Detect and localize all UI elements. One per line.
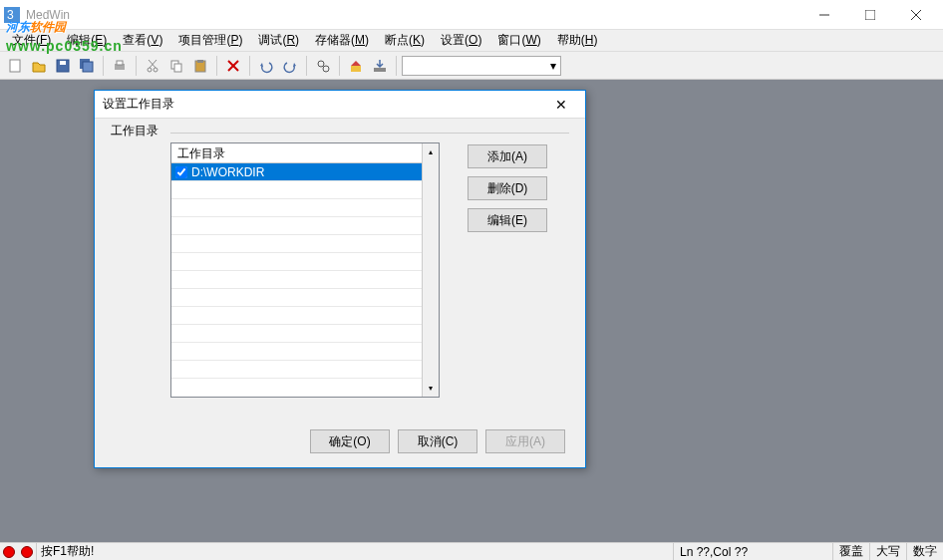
status-indicator-2 bbox=[21, 546, 33, 558]
ok-button[interactable]: 确定(O) bbox=[310, 429, 390, 453]
menu-file[interactable]: 文件(F) bbox=[4, 30, 59, 51]
status-indicator-1 bbox=[3, 546, 15, 558]
status-num: 数字 bbox=[906, 543, 943, 560]
toolbar: ▾ bbox=[0, 52, 943, 80]
list-item[interactable]: D:\WORKDIR bbox=[171, 163, 422, 181]
scroll-up-icon[interactable]: ▴ bbox=[423, 143, 439, 160]
list-item-empty[interactable] bbox=[171, 199, 422, 217]
scroll-down-icon[interactable]: ▾ bbox=[423, 380, 439, 397]
svg-line-16 bbox=[149, 60, 156, 68]
list-item-empty[interactable] bbox=[171, 253, 422, 271]
toolbar-separator bbox=[216, 56, 217, 76]
workdir-dialog: 设置工作目录 ✕ 工作目录 工作目录 D:\WORKDIR ▴ ▾ bbox=[94, 90, 586, 468]
dialog-close-button[interactable]: ✕ bbox=[545, 93, 577, 117]
list-item-checkbox[interactable] bbox=[175, 166, 187, 178]
app-icon: 3 bbox=[4, 7, 20, 23]
toolbar-separator bbox=[249, 56, 250, 76]
list-item-path: D:\WORKDIR bbox=[191, 165, 264, 179]
close-button[interactable] bbox=[893, 0, 939, 30]
status-overwrite: 覆盖 bbox=[832, 543, 869, 560]
menu-debug[interactable]: 调试(R) bbox=[250, 30, 307, 51]
list-item-empty[interactable] bbox=[171, 343, 422, 361]
workdir-list[interactable]: 工作目录 D:\WORKDIR ▴ ▾ bbox=[170, 142, 440, 398]
open-file-icon[interactable] bbox=[28, 55, 50, 77]
list-item-empty[interactable] bbox=[171, 217, 422, 235]
svg-rect-12 bbox=[117, 61, 123, 65]
menu-breakpoint[interactable]: 断点(K) bbox=[377, 30, 433, 51]
svg-rect-26 bbox=[374, 68, 386, 72]
list-item-empty[interactable] bbox=[171, 307, 422, 325]
save-icon[interactable] bbox=[52, 55, 74, 77]
list-item-empty[interactable] bbox=[171, 235, 422, 253]
maximize-button[interactable] bbox=[847, 0, 893, 30]
minimize-button[interactable] bbox=[801, 0, 847, 30]
group-line bbox=[170, 133, 569, 134]
toolbar-separator bbox=[103, 56, 104, 76]
svg-text:3: 3 bbox=[7, 8, 14, 22]
svg-rect-6 bbox=[10, 60, 20, 72]
list-item-empty[interactable] bbox=[171, 271, 422, 289]
build-icon[interactable] bbox=[345, 55, 367, 77]
delete-icon[interactable] bbox=[222, 55, 244, 77]
svg-point-14 bbox=[154, 68, 157, 72]
toolbar-combo[interactable]: ▾ bbox=[402, 56, 561, 76]
apply-button[interactable]: 应用(A) bbox=[485, 429, 565, 453]
list-scrollbar[interactable]: ▴ ▾ bbox=[422, 143, 439, 397]
svg-rect-8 bbox=[60, 61, 66, 65]
svg-rect-10 bbox=[83, 62, 93, 72]
list-header[interactable]: 工作目录 bbox=[171, 143, 422, 163]
list-item-empty[interactable] bbox=[171, 361, 422, 379]
print-icon[interactable] bbox=[109, 55, 131, 77]
menubar: 文件(F) 编辑(E) 查看(V) 项目管理(P) 调试(R) 存储器(M) 断… bbox=[0, 30, 943, 52]
svg-rect-20 bbox=[197, 60, 203, 63]
dialog-title: 设置工作目录 bbox=[103, 96, 545, 113]
svg-point-13 bbox=[148, 68, 152, 72]
menu-memory[interactable]: 存储器(M) bbox=[307, 30, 377, 51]
menu-edit[interactable]: 编辑(E) bbox=[59, 30, 115, 51]
menu-window[interactable]: 窗口(W) bbox=[489, 30, 548, 51]
svg-rect-3 bbox=[865, 10, 875, 20]
download-icon[interactable] bbox=[369, 55, 391, 77]
statusbar: 按F1帮助! Ln ??,Col ?? 覆盖 大写 数字 bbox=[0, 542, 943, 560]
copy-icon[interactable] bbox=[165, 55, 187, 77]
menu-help[interactable]: 帮助(H) bbox=[549, 30, 606, 51]
menu-view[interactable]: 查看(V) bbox=[115, 30, 170, 51]
add-button[interactable]: 添加(A) bbox=[468, 144, 547, 168]
paste-icon[interactable] bbox=[189, 55, 211, 77]
toolbar-separator bbox=[136, 56, 137, 76]
svg-rect-25 bbox=[351, 66, 361, 72]
save-all-icon[interactable] bbox=[76, 55, 98, 77]
delete-button[interactable]: 删除(D) bbox=[468, 176, 547, 200]
svg-point-23 bbox=[318, 61, 324, 67]
list-item-empty[interactable] bbox=[171, 289, 422, 307]
titlebar: 3 MedWin bbox=[0, 0, 943, 30]
list-item-empty[interactable] bbox=[171, 325, 422, 343]
cut-icon[interactable] bbox=[142, 55, 163, 77]
toolbar-separator bbox=[396, 56, 397, 76]
undo-icon[interactable] bbox=[255, 55, 277, 77]
svg-rect-18 bbox=[174, 64, 181, 72]
status-help-text: 按F1帮助! bbox=[36, 543, 673, 560]
find-icon[interactable] bbox=[312, 55, 334, 77]
svg-point-24 bbox=[323, 66, 329, 72]
menu-project[interactable]: 项目管理(P) bbox=[170, 30, 250, 51]
svg-line-15 bbox=[150, 60, 157, 68]
menu-settings[interactable]: 设置(O) bbox=[433, 30, 489, 51]
status-caps: 大写 bbox=[869, 543, 906, 560]
cancel-button[interactable]: 取消(C) bbox=[398, 429, 477, 453]
list-item-empty[interactable] bbox=[171, 181, 422, 199]
edit-button[interactable]: 编辑(E) bbox=[468, 208, 547, 232]
status-position: Ln ??,Col ?? bbox=[673, 543, 832, 560]
app-title: MedWin bbox=[26, 8, 801, 22]
chevron-down-icon: ▾ bbox=[550, 59, 556, 73]
new-file-icon[interactable] bbox=[4, 55, 26, 77]
redo-icon[interactable] bbox=[279, 55, 301, 77]
toolbar-separator bbox=[306, 56, 307, 76]
toolbar-separator bbox=[339, 56, 340, 76]
dialog-titlebar[interactable]: 设置工作目录 ✕ bbox=[95, 91, 585, 119]
